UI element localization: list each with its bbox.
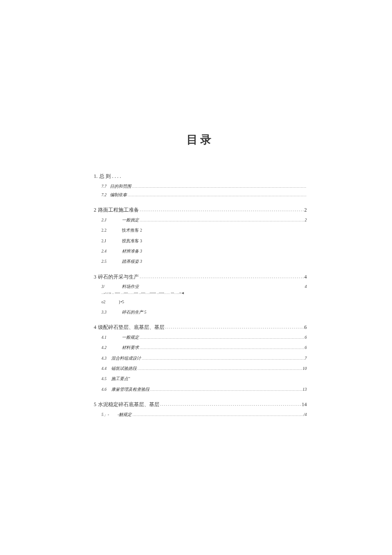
entry-label: 技术推客 2 [122, 227, 307, 233]
entry-label: 级配碎石垫层、底基层、基层 [98, 324, 164, 331]
entry-label: 康量管理及检查验段 [111, 386, 150, 392]
entry-number: 4.2 [101, 345, 110, 351]
entry-number: 3 [94, 273, 96, 281]
toc-entry-1-1: 7.7 目的和范围 ..............................… [94, 183, 307, 189]
entry-number: 5」- [101, 412, 110, 418]
entry-number: 2.J [101, 238, 110, 244]
entry-number: 2.J [101, 218, 110, 223]
leader-dots: ........................................… [139, 274, 304, 280]
toc-entry-3-2: o2 }•5 [94, 299, 307, 305]
entry-label: 一般挑定 [122, 217, 139, 223]
toc-entry-3-1: 3/ 料场作业 4 [94, 284, 307, 290]
entry-label: 一般规定 [122, 334, 139, 340]
entry-number: 7.7 [101, 184, 110, 189]
toc-entry-1-2: 7.2 编制依奉 ...............................… [94, 192, 307, 198]
toc-entry-4-1: 4.1 一般规定 ...............................… [94, 334, 307, 340]
toc-entry-2-5: 2.5 踏基核姿 3 [94, 259, 307, 264]
entry-number: o2 [101, 299, 110, 305]
toc-entry-1: 1. 总 则 . . . . [94, 173, 307, 180]
entry-page: 4 [304, 273, 307, 281]
toc-entry-2-1: 2.J 一般挑定 ...............................… [94, 217, 307, 223]
toc-entry-4-4: 4.4 铺筑试验路段 .............................… [94, 366, 307, 372]
entry-number: 2 [94, 206, 96, 214]
leader-dots: ........................................… [141, 356, 305, 361]
entry-number: 4.1 [101, 335, 110, 340]
leader-dots: ........................................… [139, 218, 305, 223]
leader-dots: ........................................… [139, 207, 304, 213]
toc-entry-5: 5 水泥稳定碎石底基层、基层 .........................… [94, 401, 307, 408]
entry-label: 目的和范围 [110, 183, 131, 189]
scattered-dots: ...»•://.lt ... ••••• …••••……•••• ...•••… [94, 291, 307, 295]
entry-label: }•5 [118, 299, 307, 305]
entry-label: 铺筑试验路段 [111, 366, 137, 372]
entry-label: 料场作业 [122, 284, 139, 290]
entry-label: 材料要求 [122, 345, 139, 351]
leader-dots: ........................................… [164, 324, 304, 330]
entry-page: 10 [303, 366, 307, 372]
entry-number: 4.3 [101, 356, 110, 361]
entry-page: 2 [304, 206, 307, 214]
entry-number: 7.2 [101, 192, 110, 198]
toc-entry-4-2: 4.2 材料要求 ...............................… [94, 345, 307, 351]
entry-page: 4 [305, 284, 307, 290]
entry-label: -觥规定 [118, 412, 132, 418]
entry-label: 授真准客 3 [122, 238, 307, 244]
toc-entry-2: 2 路面工程施工准备 .............................… [94, 206, 307, 214]
entry-label: 编制依奉 [110, 192, 127, 198]
entry-label: 材辨准备 3 [122, 248, 307, 254]
leader-dots: ........................................… [139, 345, 305, 351]
entry-number: 1. [94, 173, 98, 180]
entry-number: 3.3 [101, 310, 110, 315]
entry-page: 2 [305, 217, 307, 223]
leader-dots: ........................................… [132, 412, 303, 418]
leader-dots: ........................................… [159, 401, 302, 407]
leader-dots: ........................................… [137, 366, 303, 372]
toc-entry-2-2: 2.2 技术推客 2 [94, 227, 307, 233]
leader-dots: ........................................… [139, 335, 305, 340]
toc-entry-3: 3 碎石的开采与生产 .............................… [94, 273, 307, 281]
toc-entry-4-3: 4.3 混合料组成设计 ............................… [94, 355, 307, 361]
entry-page: 14 [302, 401, 307, 408]
entry-page: 6 [305, 334, 307, 340]
entry-page: /4 [303, 412, 307, 418]
entry-label: 踏基核姿 3 [122, 259, 307, 264]
leader-dots: ........................................… [127, 192, 307, 198]
entry-number: 2.5 [101, 259, 110, 264]
toc-entry-3-3: 3.3 碎石的生产 5 [94, 309, 307, 315]
entry-label: 碎石的生产 5 [122, 309, 307, 315]
entry-page: 13 [303, 386, 307, 392]
entry-number: 2.4 [101, 249, 110, 254]
entry-label: 混合料组成设计 [111, 355, 141, 361]
toc-entry-4-6: 4.6 康量管理及检查验段 ..........................… [94, 386, 307, 392]
entry-label: 施工要点" [111, 376, 307, 382]
entry-number: 4.5 [101, 376, 110, 382]
entry-number: 4.4 [101, 366, 110, 372]
leader-dots: ........................................… [150, 387, 303, 392]
entry-page: 6 [305, 345, 307, 351]
toc-entry-2-3: 2.J 授真准客 3 [94, 238, 307, 244]
leader-dots: ........................................… [131, 184, 307, 189]
entry-number: 4 [94, 324, 96, 331]
entry-number: 3/ [101, 284, 110, 290]
document-page: 目录 1. 总 则 . . . . 7.7 目的和范围 ............… [0, 0, 392, 418]
toc-entry-2-4: 2.4 材辨准备 3 [94, 248, 307, 254]
entry-page: 7 [305, 355, 307, 361]
entry-number: 4.6 [101, 387, 110, 392]
toc-title: 目录 [94, 132, 307, 147]
entry-number: 2.2 [101, 228, 110, 233]
toc-entry-4: 4 级配碎石垫层、底基层、基层 ........................… [94, 324, 307, 331]
entry-label: 水泥稳定碎石底基层、基层 [98, 401, 159, 408]
toc-entry-5-1: 5」- -觥规定 ...............................… [94, 412, 307, 418]
entry-label: 路面工程施工准备 [98, 206, 139, 214]
entry-number: 5 [94, 401, 96, 408]
entry-label: 碎石的开采与生产 [98, 273, 139, 281]
toc-entry-4-5: 4.5 施工要点" [94, 376, 307, 382]
entry-label: 总 则 . . . . [99, 173, 307, 180]
entry-page: 6 [304, 324, 307, 331]
